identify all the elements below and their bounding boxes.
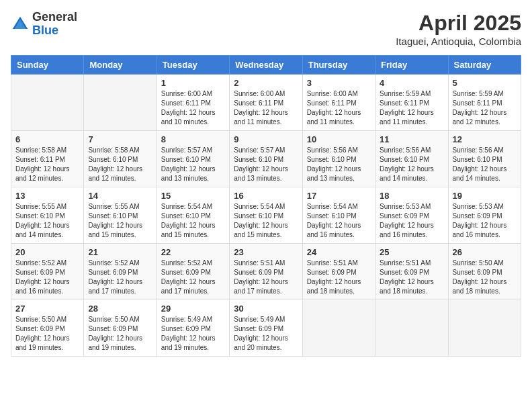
day-number: 7 (88, 134, 152, 144)
day-cell: 5Sunrise: 5:59 AM Sunset: 6:11 PM Daylig… (448, 75, 521, 131)
day-info: Sunrise: 5:54 AM Sunset: 6:10 PM Dayligh… (161, 202, 225, 240)
day-cell: 13Sunrise: 5:55 AM Sunset: 6:10 PM Dayli… (11, 187, 84, 244)
day-cell: 29Sunrise: 5:49 AM Sunset: 6:09 PM Dayli… (157, 300, 229, 357)
day-info: Sunrise: 5:52 AM Sunset: 6:09 PM Dayligh… (161, 259, 225, 296)
weekday-header-wednesday: Wednesday (230, 56, 302, 75)
day-number: 18 (380, 191, 443, 201)
day-cell: 20Sunrise: 5:52 AM Sunset: 6:09 PM Dayli… (11, 244, 84, 300)
day-number: 25 (380, 247, 443, 257)
day-cell (448, 300, 521, 357)
day-number: 17 (307, 191, 371, 201)
header: General Blue April 2025 Itaguei, Antioqu… (11, 11, 521, 47)
day-info: Sunrise: 6:00 AM Sunset: 6:11 PM Dayligh… (307, 89, 371, 127)
day-cell: 7Sunrise: 5:58 AM Sunset: 6:10 PM Daylig… (84, 131, 157, 187)
day-number: 6 (15, 134, 79, 144)
day-number: 9 (234, 134, 298, 144)
day-cell: 9Sunrise: 5:57 AM Sunset: 6:10 PM Daylig… (230, 131, 302, 187)
day-number: 4 (380, 78, 443, 88)
day-info: Sunrise: 5:51 AM Sunset: 6:09 PM Dayligh… (307, 259, 371, 296)
day-cell: 16Sunrise: 5:54 AM Sunset: 6:10 PM Dayli… (230, 187, 302, 244)
day-info: Sunrise: 5:58 AM Sunset: 6:10 PM Dayligh… (88, 146, 152, 183)
day-cell: 2Sunrise: 6:00 AM Sunset: 6:11 PM Daylig… (230, 75, 302, 131)
day-cell: 19Sunrise: 5:53 AM Sunset: 6:09 PM Dayli… (448, 187, 521, 244)
logo-general-text: General (32, 10, 77, 24)
day-cell (84, 75, 157, 131)
month-year: April 2025 (396, 11, 521, 36)
day-info: Sunrise: 5:49 AM Sunset: 6:09 PM Dayligh… (234, 315, 298, 353)
day-number: 22 (161, 247, 225, 257)
day-cell: 25Sunrise: 5:51 AM Sunset: 6:09 PM Dayli… (375, 244, 448, 300)
day-number: 12 (453, 134, 517, 144)
weekday-header-monday: Monday (84, 56, 157, 75)
day-cell (302, 300, 375, 357)
day-number: 14 (88, 191, 152, 201)
day-number: 26 (453, 247, 517, 257)
day-number: 21 (88, 247, 152, 257)
day-cell: 30Sunrise: 5:49 AM Sunset: 6:09 PM Dayli… (230, 300, 302, 357)
week-row-5: 27Sunrise: 5:50 AM Sunset: 6:09 PM Dayli… (11, 300, 521, 357)
day-number: 10 (307, 134, 371, 144)
day-number: 28 (88, 304, 152, 314)
day-cell (11, 75, 84, 131)
day-info: Sunrise: 6:00 AM Sunset: 6:11 PM Dayligh… (234, 89, 298, 127)
day-info: Sunrise: 5:56 AM Sunset: 6:10 PM Dayligh… (380, 146, 443, 183)
day-info: Sunrise: 5:50 AM Sunset: 6:09 PM Dayligh… (88, 315, 152, 353)
day-cell: 22Sunrise: 5:52 AM Sunset: 6:09 PM Dayli… (157, 244, 229, 300)
calendar: SundayMondayTuesdayWednesdayThursdayFrid… (11, 55, 521, 357)
week-row-1: 1Sunrise: 6:00 AM Sunset: 6:11 PM Daylig… (11, 75, 521, 131)
day-cell: 1Sunrise: 6:00 AM Sunset: 6:11 PM Daylig… (157, 75, 229, 131)
day-number: 8 (161, 134, 225, 144)
day-cell: 8Sunrise: 5:57 AM Sunset: 6:10 PM Daylig… (157, 131, 229, 187)
day-cell: 28Sunrise: 5:50 AM Sunset: 6:09 PM Dayli… (84, 300, 157, 357)
day-info: Sunrise: 5:57 AM Sunset: 6:10 PM Dayligh… (234, 146, 298, 183)
logo: General Blue (11, 11, 77, 38)
day-info: Sunrise: 5:50 AM Sunset: 6:09 PM Dayligh… (453, 259, 517, 296)
week-row-2: 6Sunrise: 5:58 AM Sunset: 6:11 PM Daylig… (11, 131, 521, 187)
title-area: April 2025 Itaguei, Antioquia, Colombia (396, 11, 521, 47)
day-cell: 12Sunrise: 5:56 AM Sunset: 6:10 PM Dayli… (448, 131, 521, 187)
day-number: 30 (234, 304, 298, 314)
weekday-header-saturday: Saturday (448, 56, 521, 75)
day-info: Sunrise: 5:51 AM Sunset: 6:09 PM Dayligh… (234, 259, 298, 296)
day-info: Sunrise: 5:58 AM Sunset: 6:11 PM Dayligh… (15, 146, 79, 183)
day-cell: 17Sunrise: 5:54 AM Sunset: 6:10 PM Dayli… (302, 187, 375, 244)
day-info: Sunrise: 5:49 AM Sunset: 6:09 PM Dayligh… (161, 315, 225, 353)
day-cell: 14Sunrise: 5:55 AM Sunset: 6:10 PM Dayli… (84, 187, 157, 244)
weekday-header-thursday: Thursday (302, 56, 375, 75)
weekday-header-friday: Friday (375, 56, 448, 75)
location: Itaguei, Antioquia, Colombia (396, 36, 521, 47)
day-info: Sunrise: 5:53 AM Sunset: 6:09 PM Dayligh… (380, 202, 443, 240)
week-row-4: 20Sunrise: 5:52 AM Sunset: 6:09 PM Dayli… (11, 244, 521, 300)
day-number: 27 (15, 304, 79, 314)
day-number: 29 (161, 304, 225, 314)
logo-icon (11, 15, 30, 34)
day-cell: 15Sunrise: 5:54 AM Sunset: 6:10 PM Dayli… (157, 187, 229, 244)
logo-blue-text: Blue (32, 24, 58, 37)
day-number: 20 (15, 247, 79, 257)
day-info: Sunrise: 5:59 AM Sunset: 6:11 PM Dayligh… (453, 89, 517, 127)
day-info: Sunrise: 5:54 AM Sunset: 6:10 PM Dayligh… (234, 202, 298, 240)
day-cell: 18Sunrise: 5:53 AM Sunset: 6:09 PM Dayli… (375, 187, 448, 244)
day-number: 23 (234, 247, 298, 257)
day-number: 2 (234, 78, 298, 88)
logo-text: General Blue (32, 11, 77, 38)
day-number: 5 (453, 78, 517, 88)
day-cell: 3Sunrise: 6:00 AM Sunset: 6:11 PM Daylig… (302, 75, 375, 131)
day-info: Sunrise: 5:56 AM Sunset: 6:10 PM Dayligh… (307, 146, 371, 183)
day-cell: 26Sunrise: 5:50 AM Sunset: 6:09 PM Dayli… (448, 244, 521, 300)
day-number: 15 (161, 191, 225, 201)
day-cell: 27Sunrise: 5:50 AM Sunset: 6:09 PM Dayli… (11, 300, 84, 357)
day-info: Sunrise: 5:56 AM Sunset: 6:10 PM Dayligh… (453, 146, 517, 183)
day-info: Sunrise: 5:55 AM Sunset: 6:10 PM Dayligh… (15, 202, 79, 240)
day-number: 16 (234, 191, 298, 201)
day-number: 24 (307, 247, 371, 257)
day-number: 13 (15, 191, 79, 201)
weekday-header-tuesday: Tuesday (157, 56, 229, 75)
day-cell: 23Sunrise: 5:51 AM Sunset: 6:09 PM Dayli… (230, 244, 302, 300)
day-cell: 6Sunrise: 5:58 AM Sunset: 6:11 PM Daylig… (11, 131, 84, 187)
week-row-3: 13Sunrise: 5:55 AM Sunset: 6:10 PM Dayli… (11, 187, 521, 244)
day-info: Sunrise: 5:54 AM Sunset: 6:10 PM Dayligh… (307, 202, 371, 240)
day-info: Sunrise: 5:59 AM Sunset: 6:11 PM Dayligh… (380, 89, 443, 127)
day-cell (375, 300, 448, 357)
day-number: 3 (307, 78, 371, 88)
